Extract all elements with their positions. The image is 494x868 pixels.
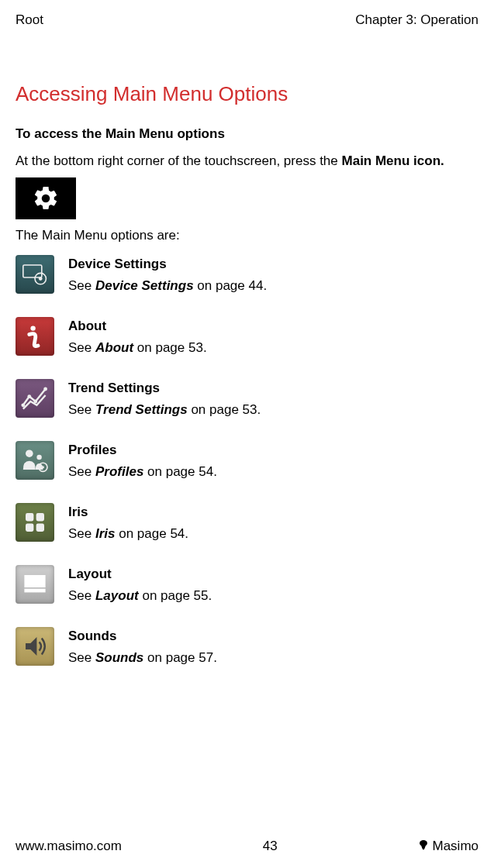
list-item: Trend Settings See Trend Settings on pag… — [16, 379, 478, 418]
main-menu-icon-image — [16, 177, 76, 219]
svg-point-5 — [27, 394, 31, 398]
item-title: Device Settings — [68, 257, 267, 272]
list-item: Device Settings See Device Settings on p… — [16, 255, 478, 294]
item-body: Profiles See Profiles on page 54. — [68, 441, 217, 480]
tail-text: on page 55. — [139, 588, 212, 603]
svg-rect-0 — [23, 265, 42, 277]
layout-icon — [16, 565, 54, 604]
footer-brand: Masimo — [432, 839, 478, 854]
sounds-icon — [16, 627, 54, 666]
ref-text: Profiles — [95, 464, 143, 479]
intro-pre: At the bottom right corner of the touchs… — [16, 153, 342, 168]
svg-rect-14 — [26, 524, 33, 532]
item-desc: See Profiles on page 54. — [68, 464, 217, 480]
gear-icon — [32, 184, 60, 212]
sub-heading: To access the Main Menu options — [16, 126, 478, 142]
svg-rect-13 — [36, 513, 44, 521]
see-text: See — [68, 278, 95, 293]
menu-items: Device Settings See Device Settings on p… — [16, 255, 478, 666]
svg-point-2 — [39, 277, 43, 281]
intro-text: At the bottom right corner of the touchs… — [16, 153, 478, 170]
item-body: About See About on page 53. — [68, 317, 207, 356]
svg-rect-16 — [24, 575, 45, 587]
ref-text: Layout — [95, 588, 139, 603]
item-title: Profiles — [68, 443, 217, 458]
item-title: Sounds — [68, 629, 217, 644]
see-text: See — [68, 650, 95, 665]
see-text: See — [68, 402, 95, 417]
item-desc: See Layout on page 55. — [68, 588, 212, 604]
tail-text: on page 53. — [133, 340, 207, 355]
svg-point-9 — [36, 455, 41, 460]
item-title: Trend Settings — [68, 381, 261, 396]
see-text: See — [68, 340, 95, 355]
page-footer: www.masimo.com 43 Masimo — [16, 839, 478, 854]
ref-text: Iris — [95, 526, 116, 541]
ref-text: Device Settings — [95, 278, 194, 293]
see-text: See — [68, 526, 95, 541]
list-item: Iris See Iris on page 54. — [16, 503, 478, 542]
svg-point-11 — [42, 466, 44, 468]
item-body: Sounds See Sounds on page 57. — [68, 627, 217, 666]
header-left: Root — [16, 12, 43, 28]
svg-point-8 — [26, 450, 33, 458]
trend-icon — [16, 379, 54, 418]
intro-bold: Main Menu icon. — [342, 153, 444, 168]
svg-point-6 — [33, 400, 37, 404]
footer-right: Masimo — [418, 839, 478, 854]
profiles-icon — [16, 441, 54, 480]
ref-text: Trend Settings — [95, 402, 188, 417]
page-header: Root Chapter 3: Operation — [16, 12, 478, 28]
options-are-text: The Main Menu options are: — [16, 227, 478, 244]
item-body: Trend Settings See Trend Settings on pag… — [68, 379, 261, 418]
header-right: Chapter 3: Operation — [355, 12, 478, 28]
tail-text: on page 44. — [194, 278, 268, 293]
item-desc: See Iris on page 54. — [68, 526, 188, 542]
item-desc: See Sounds on page 57. — [68, 650, 217, 666]
tail-text: on page 57. — [143, 650, 217, 665]
ref-text: About — [95, 340, 133, 355]
svg-rect-17 — [24, 589, 45, 593]
svg-rect-15 — [36, 524, 44, 532]
see-text: See — [68, 464, 95, 479]
see-text: See — [68, 588, 95, 603]
tail-text: on page 53. — [188, 402, 261, 417]
footer-left: www.masimo.com — [16, 839, 122, 854]
iris-icon — [16, 503, 54, 542]
item-body: Device Settings See Device Settings on p… — [68, 255, 267, 294]
svg-point-4 — [21, 404, 25, 408]
ref-text: Sounds — [95, 650, 143, 665]
masimo-logo-icon — [418, 839, 429, 853]
footer-page-number: 43 — [263, 839, 278, 854]
section-title: Accessing Main Menu Options — [16, 82, 478, 106]
svg-point-7 — [43, 388, 47, 391]
item-body: Layout See Layout on page 55. — [68, 565, 212, 604]
item-desc: See Device Settings on page 44. — [68, 278, 267, 294]
device-settings-icon — [16, 255, 54, 294]
list-item: Sounds See Sounds on page 57. — [16, 627, 478, 666]
item-desc: See About on page 53. — [68, 340, 207, 356]
item-title: Iris — [68, 505, 188, 520]
item-desc: See Trend Settings on page 53. — [68, 402, 261, 418]
item-body: Iris See Iris on page 54. — [68, 503, 188, 542]
svg-point-3 — [30, 326, 35, 331]
tail-text: on page 54. — [143, 464, 217, 479]
tail-text: on page 54. — [116, 526, 189, 541]
list-item: Profiles See Profiles on page 54. — [16, 441, 478, 480]
list-item: About See About on page 53. — [16, 317, 478, 356]
item-title: About — [68, 319, 207, 334]
item-title: Layout — [68, 567, 212, 582]
info-icon — [16, 317, 54, 356]
list-item: Layout See Layout on page 55. — [16, 565, 478, 604]
svg-rect-12 — [26, 513, 33, 521]
